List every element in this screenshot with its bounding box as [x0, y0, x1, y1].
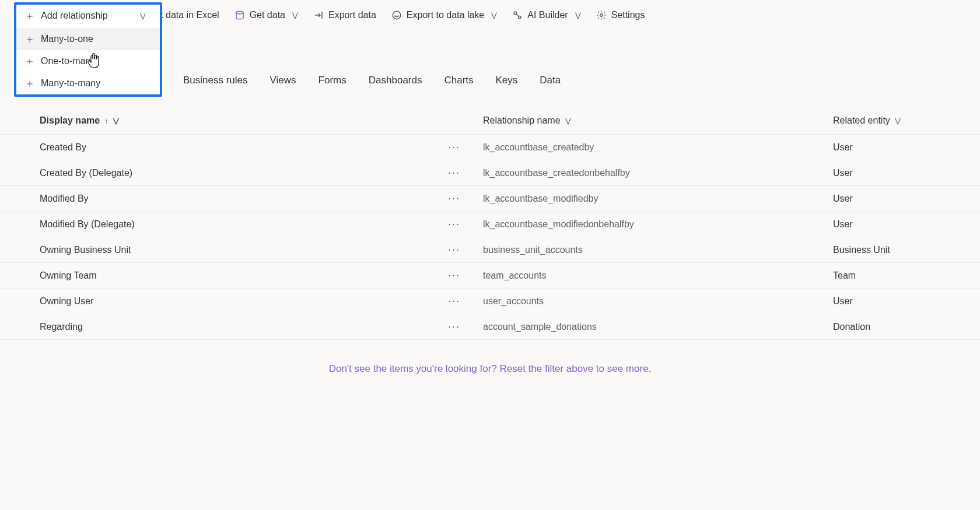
empty-state-message: Don't see the items you're looking for? … [0, 340, 980, 398]
svg-point-2 [393, 11, 401, 19]
tab-charts[interactable]: Charts [442, 71, 475, 90]
cell-related-entity: User [833, 296, 952, 307]
cell-display-name: Created By [40, 142, 448, 153]
chevron-down-icon: ⋁ [565, 117, 571, 125]
gear-icon [596, 10, 607, 20]
cell-display-name: Owning Team [40, 270, 448, 281]
ai-builder-label: AI Builder [527, 10, 568, 20]
column-header-related-entity[interactable]: Related entity ⋁ [833, 115, 952, 126]
row-more-button[interactable]: ··· [448, 321, 483, 333]
chevron-down-icon: ⋁ [575, 11, 581, 19]
plus-icon: ＋ [24, 56, 35, 66]
settings-label: Settings [611, 10, 645, 20]
get-data-label: Get data [250, 10, 285, 20]
cell-relationship-name: lk_accountbase_modifiedby [483, 194, 833, 204]
ai-builder-icon [512, 10, 523, 20]
table-row[interactable]: Regarding···account_sample_donationsDona… [0, 314, 980, 340]
plus-icon: ＋ [24, 34, 35, 44]
cell-relationship-name: business_unit_accounts [483, 245, 833, 255]
table-body: Created By···lk_accountbase_createdbyUse… [0, 135, 980, 340]
export-data-lake-button[interactable]: Export to data lake ⋁ [384, 6, 504, 24]
export-data-label: Export data [328, 10, 376, 20]
column-header-label: Display name [40, 115, 100, 126]
cell-display-name: Regarding [40, 322, 448, 332]
cell-related-entity: User [833, 219, 952, 230]
cell-relationship-name: lk_accountbase_createdonbehalfby [483, 168, 833, 178]
cell-display-name: Modified By [40, 194, 448, 204]
chevron-down-icon: ⋁ [140, 12, 146, 20]
dropdown-item-label: Many-to-many [41, 78, 100, 89]
row-more-button[interactable]: ··· [448, 167, 483, 179]
column-header-display-name[interactable]: Display name ↑ ⋁ [40, 115, 483, 126]
sort-ascending-icon: ↑ [104, 117, 108, 125]
add-relationship-label: Add relationship [41, 10, 108, 21]
row-more-button[interactable]: ··· [448, 295, 483, 307]
table-row[interactable]: Created By (Delegate)···lk_accountbase_c… [0, 160, 980, 186]
relationships-table: Display name ↑ ⋁ Relationship name ⋁ Rel… [0, 107, 980, 340]
cell-relationship-name: lk_accountbase_createdby [483, 142, 833, 153]
svg-point-1 [236, 11, 243, 14]
column-header-relationship-name[interactable]: Relationship name ⋁ [483, 115, 833, 126]
cell-display-name: Modified By (Delegate) [40, 219, 448, 230]
table-row[interactable]: Modified By (Delegate)···lk_accountbase_… [0, 212, 980, 237]
export-icon [313, 10, 324, 20]
chevron-down-icon: ⋁ [292, 11, 298, 19]
tab-business-rules[interactable]: Business rules [181, 71, 250, 90]
table-row[interactable]: Owning Team···team_accountsTeam [0, 263, 980, 289]
dropdown-item-label: One-to-many [41, 56, 95, 66]
cell-relationship-name: team_accounts [483, 270, 833, 281]
table-row[interactable]: Created By···lk_accountbase_createdbyUse… [0, 135, 980, 160]
cell-display-name: Owning User [40, 296, 448, 307]
ai-builder-button[interactable]: AI Builder ⋁ [505, 6, 587, 24]
add-relationship-header[interactable]: ＋ Add relationship ⋁ [16, 5, 160, 28]
cell-relationship-name: user_accounts [483, 296, 833, 307]
chevron-down-icon: ⋁ [113, 117, 119, 125]
dropdown-item-one-to-many[interactable]: ＋ One-to-many [16, 50, 160, 72]
plus-icon: ＋ [24, 78, 35, 89]
column-header-label: Relationship name [483, 115, 561, 126]
cell-relationship-name: account_sample_donations [483, 322, 833, 332]
tab-dashboards[interactable]: Dashboards [366, 71, 425, 90]
table-row[interactable]: Owning User···user_accountsUser [0, 289, 980, 314]
column-header-label: Related entity [833, 115, 890, 126]
row-more-button[interactable]: ··· [448, 141, 483, 153]
cell-related-entity: Business Unit [833, 245, 952, 255]
dropdown-item-label: Many-to-one [41, 34, 93, 44]
table-row[interactable]: Owning Business Unit···business_unit_acc… [0, 237, 980, 263]
data-lake-icon [391, 10, 402, 20]
cell-display-name: Owning Business Unit [40, 245, 448, 255]
cell-related-entity: Donation [833, 322, 952, 332]
tab-keys[interactable]: Keys [494, 71, 520, 90]
chevron-down-icon: ⋁ [895, 117, 901, 125]
tab-data[interactable]: Data [537, 71, 563, 90]
cell-related-entity: User [833, 168, 952, 178]
export-lake-label: Export to data lake [407, 10, 484, 20]
cell-related-entity: Team [833, 270, 952, 281]
row-more-button[interactable]: ··· [448, 244, 483, 256]
tab-forms[interactable]: Forms [316, 71, 349, 90]
add-relationship-dropdown: ＋ Add relationship ⋁ ＋ Many-to-one ＋ One… [14, 2, 162, 97]
cell-display-name: Created By (Delegate) [40, 168, 448, 178]
table-row[interactable]: Modified By···lk_accountbase_modifiedbyU… [0, 186, 980, 212]
table-header: Display name ↑ ⋁ Relationship name ⋁ Rel… [0, 107, 980, 135]
plus-icon: ＋ [24, 10, 35, 21]
row-more-button[interactable]: ··· [448, 192, 483, 205]
cell-relationship-name: lk_accountbase_modifiedonbehalfby [483, 219, 833, 230]
cell-related-entity: User [833, 142, 952, 153]
dropdown-item-many-to-one[interactable]: ＋ Many-to-one [16, 28, 160, 50]
tab-views[interactable]: Views [268, 71, 299, 90]
export-data-button[interactable]: Export data [306, 6, 383, 24]
settings-button[interactable]: Settings [589, 6, 652, 24]
chevron-down-icon: ⋁ [491, 11, 497, 19]
get-data-button[interactable]: Get data ⋁ [228, 6, 305, 24]
dropdown-item-many-to-many[interactable]: ＋ Many-to-many [16, 72, 160, 94]
cell-related-entity: User [833, 194, 952, 204]
row-more-button[interactable]: ··· [448, 269, 483, 282]
svg-point-5 [600, 14, 603, 17]
database-icon [235, 10, 245, 20]
row-more-button[interactable]: ··· [448, 218, 483, 230]
